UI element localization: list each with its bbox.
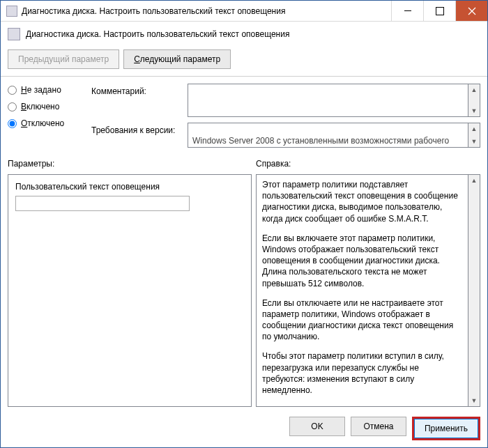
help-wrap: Этот параметр политики подставляет польз… bbox=[256, 174, 480, 407]
params-section-label: Параметры: bbox=[8, 159, 256, 169]
next-setting-button[interactable]: Следующий параметр bbox=[123, 49, 231, 69]
upper-section: Не задано Включено Отключено Комментарий… bbox=[1, 77, 487, 152]
version-row: Требования к версии: Windows Server 2008… bbox=[91, 123, 480, 148]
comment-label: Комментарий: bbox=[91, 84, 182, 96]
cancel-button[interactable]: Отмена bbox=[351, 417, 406, 436]
subheader: Диагностика диска. Настроить пользовател… bbox=[1, 22, 487, 47]
maximize-button[interactable] bbox=[423, 1, 455, 21]
version-scrollbar[interactable]: ▲ ▼ bbox=[468, 123, 480, 148]
version-box: Windows Server 2008 с установленными воз… bbox=[188, 123, 480, 148]
version-text: Windows Server 2008 с установленными воз… bbox=[188, 123, 468, 148]
nav-row: Предыдущий параметр Следующий параметр bbox=[1, 47, 487, 77]
custom-text-label: Пользовательский текст оповещения bbox=[15, 182, 244, 192]
lower-section: Пользовательский текст оповещения Этот п… bbox=[1, 171, 487, 411]
parameters-box: Пользовательский текст оповещения bbox=[8, 174, 252, 407]
minimize-button[interactable] bbox=[391, 1, 423, 21]
radio-enabled[interactable]: Включено bbox=[8, 102, 84, 111]
radio-not-configured[interactable]: Не задано bbox=[8, 85, 84, 95]
version-label: Требования к версии: bbox=[91, 123, 182, 135]
section-labels: Параметры: Справка: bbox=[1, 152, 487, 171]
scroll-down-icon[interactable]: ▼ bbox=[468, 395, 480, 406]
apply-button[interactable]: Применить bbox=[414, 419, 478, 438]
titlebar: Диагностика диска. Настроить пользовател… bbox=[1, 1, 487, 22]
window-title: Диагностика диска. Настроить пользовател… bbox=[22, 6, 391, 16]
app-icon bbox=[6, 6, 17, 17]
close-button[interactable] bbox=[455, 1, 487, 21]
radio-not-configured-label: Не задано bbox=[21, 85, 61, 95]
fields: Комментарий: ▲ ▼ Требования к версии: Wi… bbox=[91, 84, 480, 148]
scroll-up-icon[interactable]: ▲ bbox=[468, 123, 480, 134]
apply-highlight: Применить bbox=[412, 417, 480, 440]
radio-enabled-label: Включено bbox=[21, 102, 59, 111]
help-paragraph: Этот параметр политики подставляет польз… bbox=[262, 179, 462, 224]
footer: OK Отмена Применить bbox=[1, 411, 487, 447]
help-paragraph: Чтобы этот параметр политики вступил в с… bbox=[262, 350, 462, 396]
state-radios: Не задано Включено Отключено bbox=[8, 84, 84, 148]
radio-disabled-input[interactable] bbox=[8, 119, 17, 128]
comment-row: Комментарий: ▲ ▼ bbox=[91, 84, 480, 117]
scroll-up-icon[interactable]: ▲ bbox=[468, 175, 480, 186]
dialog-window: Диагностика диска. Настроить пользовател… bbox=[0, 0, 488, 448]
radio-disabled-label: Отключено bbox=[21, 118, 64, 128]
help-paragraph: Если вы включаете этот параметр политики… bbox=[262, 233, 462, 289]
help-paragraph: Если вы отключаете или не настраиваете э… bbox=[262, 298, 462, 343]
ok-button[interactable]: OK bbox=[289, 417, 345, 436]
radio-not-configured-input[interactable] bbox=[8, 86, 17, 95]
scroll-down-icon[interactable]: ▼ bbox=[468, 105, 480, 116]
scroll-down-icon[interactable]: ▼ bbox=[468, 136, 480, 147]
comment-box: ▲ ▼ bbox=[188, 84, 480, 117]
comment-textarea[interactable] bbox=[188, 84, 468, 117]
close-icon bbox=[468, 7, 476, 15]
help-section-label: Справка: bbox=[256, 159, 291, 169]
previous-setting-button[interactable]: Предыдущий параметр bbox=[8, 49, 119, 69]
comment-scrollbar[interactable]: ▲ ▼ bbox=[468, 84, 480, 117]
radio-disabled[interactable]: Отключено bbox=[8, 118, 84, 128]
scroll-up-icon[interactable]: ▲ bbox=[468, 84, 480, 95]
help-paragraph: Этот параметр политики вступает в силу т… bbox=[262, 404, 462, 407]
radio-enabled-input[interactable] bbox=[8, 102, 17, 111]
policy-title: Диагностика диска. Настроить пользовател… bbox=[26, 29, 289, 39]
help-scrollbar[interactable]: ▲ ▼ bbox=[468, 174, 480, 407]
help-box: Этот параметр политики подставляет польз… bbox=[256, 174, 468, 407]
custom-text-input[interactable] bbox=[15, 196, 190, 211]
policy-icon bbox=[8, 28, 20, 40]
